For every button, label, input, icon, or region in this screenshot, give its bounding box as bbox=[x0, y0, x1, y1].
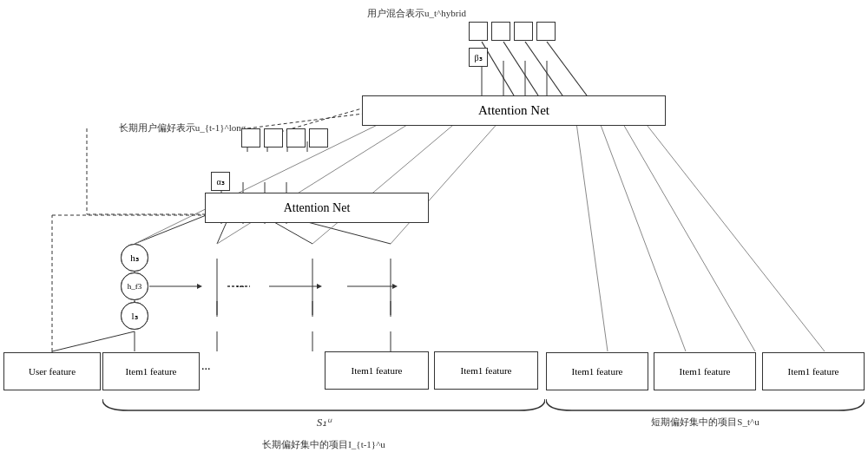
item-feature-box-5: Item1 feature bbox=[546, 352, 648, 390]
attention-net-top: Attention Net bbox=[362, 95, 666, 126]
long-pref-box-3 bbox=[309, 128, 328, 148]
svg-line-34 bbox=[52, 331, 135, 351]
long-pref-box-1 bbox=[264, 128, 283, 148]
svg-line-53 bbox=[625, 97, 825, 351]
hf-circle-3: h_f3 bbox=[121, 272, 148, 300]
l-circle-3: l₃ bbox=[121, 302, 148, 330]
item-feature-box-4: Item1 feature bbox=[434, 351, 538, 390]
output-box-0 bbox=[469, 22, 488, 41]
top-output-label: 用户混合表示u_t^hybrid bbox=[312, 7, 521, 20]
item-feature-box-6: Item1 feature bbox=[654, 352, 756, 390]
long-set-label: 长期偏好集中的项目I_{t-1}^u bbox=[102, 438, 545, 451]
attention-net-bottom: Attention Net bbox=[205, 193, 429, 223]
short-set-brace-label: 短期偏好集中的项目S_t^u bbox=[546, 395, 865, 429]
svg-line-51 bbox=[590, 97, 686, 351]
architecture-diagram: 用户混合表示u_t^hybrid β₀ β₁ β₂ β₃ Attention N… bbox=[0, 0, 868, 472]
output-box-3 bbox=[536, 22, 556, 41]
h-circle-3: h₃ bbox=[121, 244, 148, 272]
svg-line-1 bbox=[503, 42, 538, 95]
svg-line-50 bbox=[573, 97, 608, 351]
hf-dots: ··· bbox=[236, 279, 245, 293]
output-boxes-row bbox=[469, 22, 556, 41]
alpha-box-3: α₃ bbox=[211, 172, 230, 191]
long-pref-box-0 bbox=[241, 128, 260, 148]
svg-line-2 bbox=[525, 42, 562, 95]
svg-line-3 bbox=[547, 42, 587, 95]
item-feature-box-3: Item1 feature bbox=[325, 351, 429, 390]
svg-line-17 bbox=[135, 214, 208, 244]
svg-line-52 bbox=[608, 97, 755, 351]
user-feature-box: User feature bbox=[3, 352, 101, 390]
item-feature-box-1: Item1 feature bbox=[102, 352, 200, 390]
long-pref-box-2 bbox=[286, 128, 306, 148]
feature-dots: ··· bbox=[201, 363, 211, 377]
output-box-2 bbox=[514, 22, 533, 41]
long-set-brace-label: S₁ᵘ bbox=[102, 395, 545, 429]
beta-box-3: β₃ bbox=[469, 48, 488, 67]
item-feature-box-7: Item1 feature bbox=[762, 352, 865, 390]
output-box-1 bbox=[491, 22, 510, 41]
